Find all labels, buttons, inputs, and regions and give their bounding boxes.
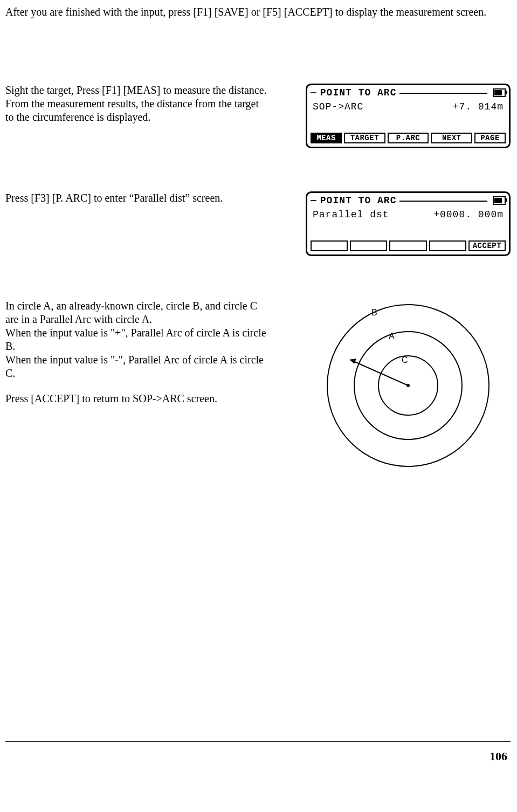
intro-text: After you are finished with the input, p… bbox=[5, 5, 511, 19]
softkey-accept[interactable]: ACCEPT bbox=[468, 240, 506, 251]
lcd1-title-prefix: — bbox=[311, 87, 317, 98]
softkey-empty-3[interactable] bbox=[389, 240, 426, 251]
label-a: A bbox=[389, 332, 395, 341]
softkey-empty-2[interactable] bbox=[350, 240, 387, 251]
softkey-target[interactable]: TARGET bbox=[344, 133, 385, 143]
step-1-row: Sight the target, Press [F1] [MEAS] to m… bbox=[5, 84, 511, 148]
step-1-text: Sight the target, Press [F1] [MEAS] to m… bbox=[5, 84, 275, 124]
battery-icon bbox=[493, 88, 506, 97]
svg-marker-5 bbox=[350, 359, 356, 364]
softkey-meas[interactable]: MEAS bbox=[311, 133, 342, 143]
label-c: C bbox=[402, 355, 408, 364]
lcd2-title-prefix: — bbox=[311, 195, 317, 206]
softkey-empty-1[interactable] bbox=[311, 240, 348, 251]
softkey-next[interactable]: NEXT bbox=[431, 133, 472, 143]
battery-icon bbox=[493, 196, 506, 205]
step-3-text-d: Press [ACCEPT] to return to SOP->ARC scr… bbox=[5, 392, 270, 405]
lcd2-left-value: Parallel dst bbox=[313, 209, 389, 220]
step-2-text: Press [F3] [P. ARC] to enter “Parallel d… bbox=[5, 191, 275, 205]
lcd1-title: POINT TO ARC bbox=[320, 87, 397, 98]
lcd1-right-value: +7. 014m bbox=[453, 101, 504, 112]
lcd2-right-value: +0000. 000m bbox=[433, 209, 504, 220]
step-3-row: In circle A, an already-known circle, ci… bbox=[5, 299, 511, 472]
lcd-screen-1: — POINT TO ARC SOP->ARC +7. 014m MEAS TA… bbox=[306, 84, 511, 148]
page-number: 106 bbox=[5, 742, 511, 774]
softkey-empty-4[interactable] bbox=[429, 240, 466, 251]
lcd1-left-value: SOP->ARC bbox=[313, 101, 363, 112]
step-3-text-a: In circle A, an already-known circle, ci… bbox=[5, 299, 270, 326]
label-b: B bbox=[371, 308, 377, 317]
parallel-arc-diagram: B A C bbox=[322, 299, 494, 472]
step-3-text-b: When the input value is "+", Parallel Ar… bbox=[5, 326, 270, 353]
softkey-parc[interactable]: P.ARC bbox=[388, 133, 429, 143]
step-3-text-c: When the input value is "-", Parallel Ar… bbox=[5, 353, 270, 380]
softkey-page[interactable]: PAGE bbox=[474, 133, 506, 143]
lcd-screen-2: — POINT TO ARC Parallel dst +0000. 000m … bbox=[306, 191, 511, 256]
step-2-row: Press [F3] [P. ARC] to enter “Parallel d… bbox=[5, 191, 511, 256]
lcd2-title: POINT TO ARC bbox=[320, 195, 397, 206]
